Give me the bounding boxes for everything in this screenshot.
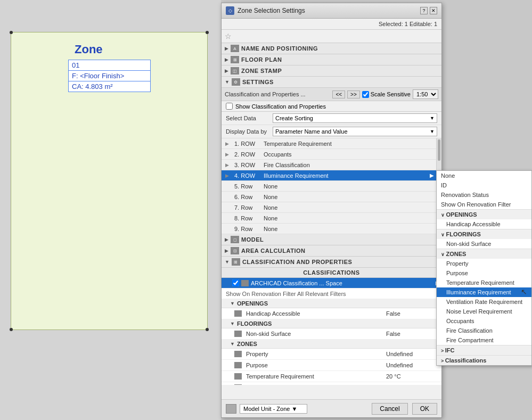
selected-info: Selected: 1 Editable: 1: [222, 19, 441, 30]
expand-arrow-icon: ▼: [225, 259, 230, 265]
dropdown-item-fire-comp[interactable]: Fire Compartment: [437, 335, 531, 345]
dropdown-item-illuminance[interactable]: Illuminance Requirement ↖: [437, 287, 531, 297]
classif-toolbar: Classification and Properties ... << >> …: [222, 88, 441, 101]
next-classif-button[interactable]: >>: [347, 90, 360, 98]
section-name-positioning[interactable]: ▶ A NAME AND POSITIONING: [222, 43, 441, 54]
table-row[interactable]: ▶ 1. ROW Temperature Requirement: [222, 138, 436, 149]
display-data-label: Display Data by: [226, 128, 268, 135]
footer-left: Model Unit - Zone ▼: [226, 404, 367, 414]
dropdown-section-classifications[interactable]: Classifications: [437, 355, 531, 365]
scale-select[interactable]: 1:50: [413, 89, 438, 99]
dropdown-item-purpose[interactable]: Purpose: [437, 268, 531, 278]
dropdown-item-nonskid[interactable]: Non-skid Surface: [437, 239, 531, 249]
settings-icon: ⚙: [232, 78, 240, 86]
classif-checkbox[interactable]: [232, 279, 239, 286]
row-number: 4. ROW: [232, 171, 261, 180]
archicad-classif-row[interactable]: ARCHICAD Classification ... Space ▶: [222, 278, 441, 289]
dropdown-section-zones[interactable]: ZONES: [437, 249, 531, 259]
row-value: Occupants: [261, 150, 436, 159]
table-row[interactable]: ▶ 3. ROW Fire Classification: [222, 160, 436, 170]
select-data-dropdown[interactable]: Create Sorting ▼: [273, 113, 437, 123]
ok-button[interactable]: OK: [412, 403, 437, 415]
dropdown-section-ifc[interactable]: IFC: [437, 345, 531, 355]
table-row[interactable]: ▶ 2. ROW Occupants: [222, 149, 436, 160]
dialog-toolbar: ☆: [222, 30, 441, 43]
dropdown-item-noise[interactable]: Noise Level Requirement: [437, 307, 531, 316]
table-row-active[interactable]: ▶ 4. ROW Illuminance Requirement ▶ None …: [222, 170, 436, 181]
row-expand-icon: [222, 185, 232, 187]
nonskid-val: False: [384, 330, 437, 338]
expand-arrow-icon: ▶: [225, 46, 228, 51]
illuminance-val: 400 lux: [384, 383, 437, 385]
property-val: Undefined: [384, 350, 437, 358]
model-unit-select[interactable]: Model Unit - Zone ▼: [240, 404, 307, 414]
dropdown-item-occupants[interactable]: Occupants: [437, 316, 531, 326]
section-zone-stamp[interactable]: ▶ ◫ ZONE STAMP: [222, 65, 441, 77]
prop-link-icon: [234, 331, 242, 337]
zone-area-row: CA: 4.803 m²: [69, 81, 150, 92]
prev-classif-button[interactable]: <<: [332, 90, 345, 98]
property-name: Property: [244, 350, 384, 358]
row-dropdown-menu: None ID Renovation Status Show On Renova…: [436, 170, 532, 366]
scale-sensitive-checkbox[interactable]: [362, 91, 369, 98]
dropdown-item-temp-req[interactable]: Temperature Requirement: [437, 278, 531, 287]
expand-arrow-icon: ▶: [225, 248, 228, 253]
rows-list: ▶ 1. ROW Temperature Requirement ▶ 2. RO…: [222, 138, 436, 234]
section-settings[interactable]: ▼ ⚙ SETTINGS: [222, 77, 441, 88]
dropdown-item-show-renovation[interactable]: Show On Renovation Filter: [437, 200, 531, 209]
row-value: None: [261, 182, 436, 191]
subsection-arrow-icon: ▼: [230, 341, 235, 347]
row-value: Temperature Requirement: [261, 139, 436, 148]
temp-req-val: 20 °C: [384, 372, 437, 381]
title-controls: ? ✕: [420, 7, 437, 14]
row-number: 3. ROW: [232, 161, 261, 169]
table-row[interactable]: 8. Row None: [222, 213, 436, 224]
show-renovation-label: Show On Renovation Filter All Relevant F…: [226, 291, 346, 297]
cancel-button[interactable]: Cancel: [372, 403, 407, 415]
table-row[interactable]: 9. Row None: [222, 224, 436, 234]
scale-sensitive-check[interactable]: Scale Sensitive: [362, 91, 411, 98]
zones-subsection[interactable]: ▼ ZONES: [222, 340, 441, 349]
floorings-subsection[interactable]: ▼ FLOORINGS: [222, 319, 441, 328]
help-button[interactable]: ?: [420, 7, 428, 14]
row-expand-icon: [222, 207, 232, 209]
show-classif-checkbox[interactable]: [226, 103, 233, 110]
dropdown-section-openings[interactable]: OPENINGS: [437, 209, 531, 219]
section-floor-plan[interactable]: ▶ ⊞ FLOOR PLAN: [222, 54, 441, 65]
row-expand-icon: [222, 217, 232, 219]
dropdown-item-fire-classif[interactable]: Fire Classification: [437, 326, 531, 335]
dropdown-section-floorings[interactable]: FLOORINGS: [437, 229, 531, 239]
table-row[interactable]: 7. Row None: [222, 202, 436, 213]
scrollbar-thumb[interactable]: [438, 139, 440, 161]
name-positioning-label: NAME AND POSITIONING: [241, 45, 318, 52]
area-calc-icon: ⊡: [231, 247, 239, 254]
corner-dot-bl: [10, 328, 13, 331]
display-data-dropdown[interactable]: Parameter Name and Value ▼: [273, 127, 437, 136]
table-row[interactable]: 5. Row None: [222, 181, 436, 192]
dropdown-item-ventilation[interactable]: Ventilation Rate Requirement: [437, 297, 531, 307]
dropdown-item-id[interactable]: ID: [437, 180, 531, 190]
floorings-label: FLOORINGS: [237, 320, 272, 327]
row-value: Fire Classification: [261, 161, 436, 169]
dropdown-item-none[interactable]: None: [437, 171, 531, 180]
canvas-area: Zone 01 F: <Floor Finish> CA: 4.803 m²: [0, 0, 221, 420]
corner-dot-tr: [206, 31, 209, 34]
floor-plan-icon: ⊞: [231, 56, 239, 63]
row-expand-icon: ▶: [222, 151, 232, 158]
illuminance-row: Illuminance Requirement 400 lux: [222, 382, 441, 385]
close-button[interactable]: ✕: [430, 7, 437, 14]
section-classif-props[interactable]: ▼ ⊞ CLASSIFICATION AND PROPERTIES: [222, 257, 441, 268]
openings-subsection[interactable]: ▼ OPENINGS: [222, 299, 441, 308]
table-row[interactable]: 6. Row None: [222, 192, 436, 202]
purpose-row: Purpose Undefined: [222, 360, 441, 371]
dropdown-item-handicap[interactable]: Handicap Accessible: [437, 219, 531, 229]
section-area-calc[interactable]: ▶ ⊡ AREA CALCULATION: [222, 245, 441, 257]
favorites-star-icon[interactable]: ☆: [225, 32, 232, 40]
row-number: 8. Row: [232, 214, 261, 223]
dropdown-item-renovation-status[interactable]: Renovation Status: [437, 190, 531, 200]
section-model[interactable]: ▶ ◻ MODEL: [222, 234, 441, 245]
classifications-header: CLASSIFICATIONS: [222, 268, 441, 278]
dropdown-item-property[interactable]: Property: [437, 259, 531, 268]
row-number: 6. Row: [232, 193, 261, 201]
openings-label: OPENINGS: [237, 300, 268, 307]
